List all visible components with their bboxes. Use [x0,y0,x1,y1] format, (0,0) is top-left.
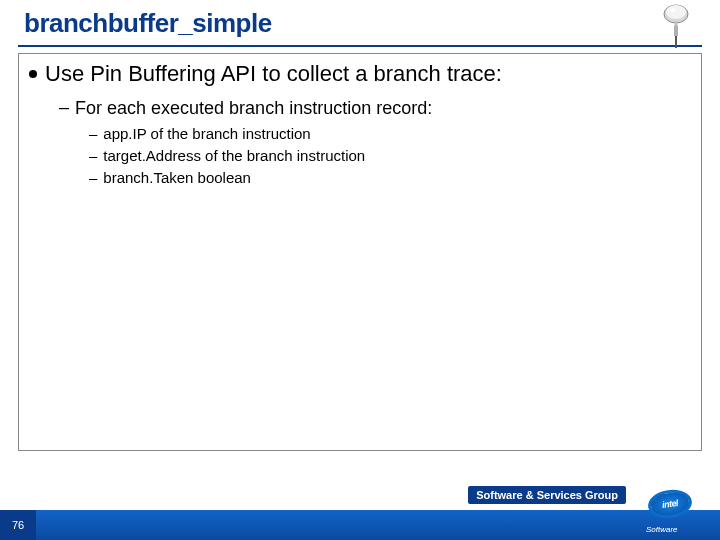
bullet-text: app.IP of the branch instruction [103,125,310,143]
footer-group-label: Software & Services Group [468,486,626,504]
title-bar: branchbuffer_simple [0,0,720,43]
intel-subbrand: Software [646,525,678,534]
svg-point-1 [666,5,686,19]
intel-oval-icon: intel [646,487,693,521]
bullet-text: branch.Taken boolean [103,169,251,187]
bullet-dot-icon [29,70,37,78]
footer: Software & Services Group 76 intel Softw… [0,480,720,540]
bullet-text: target.Address of the branch instruction [103,147,365,165]
bullet-level-1: Use Pin Buffering API to collect a branc… [19,60,701,92]
title-underline [18,45,702,47]
svg-point-4 [670,8,676,12]
page-number-box: 76 [0,510,36,540]
bullet-text: Use Pin Buffering API to collect a branc… [45,60,502,88]
pushpin-icon [656,2,696,52]
bullet-dash-icon: – [89,125,97,142]
slide-title: branchbuffer_simple [24,8,720,39]
bullet-level-3: – app.IP of the branch instruction [19,121,701,143]
bullet-level-3: – branch.Taken boolean [19,165,701,187]
intel-wordmark: intel [661,498,678,510]
svg-rect-2 [674,26,678,36]
bullet-dash-icon: – [59,98,69,118]
bullet-text: For each executed branch instruction rec… [75,98,432,120]
bullet-dash-icon: – [89,147,97,164]
bullet-level-3: – target.Address of the branch instructi… [19,143,701,165]
content-box: Use Pin Buffering API to collect a branc… [18,53,702,451]
page-number: 76 [12,519,24,531]
slide: branchbuffer_simple Use Pin Buffering AP… [0,0,720,540]
footer-bar: 76 [0,510,720,540]
bullet-level-2: – For each executed branch instruction r… [19,92,701,122]
footer-gradient [36,510,720,540]
intel-logo: intel Software [646,488,706,534]
bullet-dash-icon: – [89,169,97,186]
